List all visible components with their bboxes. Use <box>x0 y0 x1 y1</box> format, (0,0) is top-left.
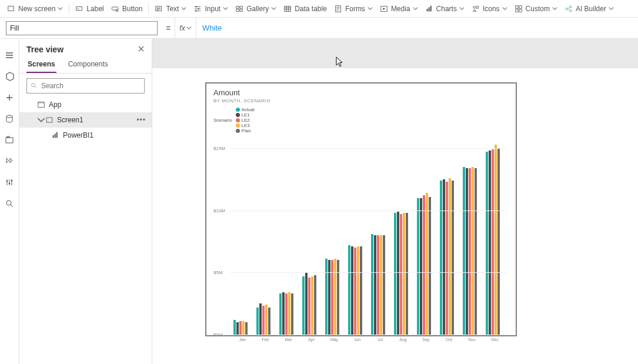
hamburger-icon[interactable] <box>0 45 19 66</box>
svg-rect-23 <box>519 9 521 11</box>
main-area: Tree view Screens Components App <box>0 39 638 364</box>
settings-icon[interactable] <box>0 172 19 193</box>
x-tick-label: Apr <box>302 338 320 342</box>
x-tick-label: Jan <box>233 338 252 342</box>
legend-item: Plan <box>236 128 255 133</box>
y-tick-label: $10M <box>213 208 225 213</box>
bar <box>334 259 336 335</box>
svg-rect-36 <box>38 102 45 104</box>
bar <box>282 292 285 335</box>
bar <box>426 193 428 335</box>
tree-view-pane: Tree view Screens Components App <box>19 39 152 364</box>
search-icon[interactable] <box>0 193 19 214</box>
svg-point-34 <box>32 84 35 87</box>
screen-icon <box>7 5 15 13</box>
canvas-area[interactable]: Amount BY MONTH, SCENARIO Scenario Actua… <box>152 39 638 364</box>
bar <box>486 152 488 335</box>
chevron-down-icon <box>368 5 373 13</box>
ribbon-gallery[interactable]: Gallery <box>232 0 280 17</box>
svg-rect-38 <box>53 135 54 138</box>
bar <box>288 292 290 335</box>
label-icon <box>75 5 83 13</box>
canvas-screen[interactable]: Amount BY MONTH, SCENARIO Scenario Actua… <box>152 68 638 364</box>
chart-title: Amount <box>213 88 509 97</box>
tree-view-icon[interactable] <box>0 66 19 87</box>
charts-icon <box>425 5 433 13</box>
input-icon <box>193 5 202 13</box>
tab-screens[interactable]: Screens <box>26 56 56 73</box>
chevron-down-icon <box>609 5 614 13</box>
svg-rect-0 <box>8 6 14 11</box>
ribbon-forms[interactable]: Forms <box>330 0 376 17</box>
bar <box>394 213 396 335</box>
chevron-down-icon[interactable] <box>37 116 45 124</box>
bar <box>262 306 265 335</box>
ribbon-text[interactable]: Text <box>151 0 190 17</box>
ai-icon <box>564 5 573 13</box>
gridline <box>230 211 506 211</box>
tree-node-powerbi1[interactable]: PowerBI1 <box>19 128 152 143</box>
advanced-tools-icon[interactable] <box>0 151 19 172</box>
bar <box>245 322 248 335</box>
legend-item: Actual <box>236 107 255 112</box>
ribbon-icons[interactable]: Icons <box>468 0 511 17</box>
ribbon-media[interactable]: Media <box>376 0 422 17</box>
svg-rect-28 <box>6 138 13 143</box>
ribbon-new-screen[interactable]: New screen <box>4 0 66 17</box>
bar <box>279 293 282 335</box>
bar <box>380 235 382 335</box>
legend-item: LE3 <box>236 123 255 128</box>
svg-point-24 <box>566 8 568 10</box>
tab-components[interactable]: Components <box>67 56 109 73</box>
svg-rect-17 <box>430 5 431 11</box>
pane-title: Tree view <box>26 45 64 54</box>
tree-node-screen1[interactable]: Screen1 ••• <box>19 112 152 128</box>
y-tick-label: $0M <box>213 332 223 338</box>
bar <box>466 168 468 335</box>
bar <box>400 214 402 335</box>
x-tick-label: Jul <box>371 338 389 342</box>
text-icon <box>155 5 163 13</box>
ribbon-label[interactable]: Label <box>72 0 107 17</box>
x-tick-label: Mar <box>279 338 298 342</box>
x-tick-label: Nov <box>463 338 481 342</box>
chevron-down-icon <box>58 5 63 13</box>
property-dropdown[interactable]: Fill <box>6 21 158 35</box>
tree-node-app[interactable]: App <box>19 97 152 112</box>
ribbon-button[interactable]: Button <box>108 0 146 17</box>
ribbon-ai-builder[interactable]: AI Builder <box>561 0 617 17</box>
ribbon-custom[interactable]: Custom <box>511 0 561 17</box>
svg-rect-11 <box>240 9 242 11</box>
bar <box>360 246 362 335</box>
powerbi-control[interactable]: Amount BY MONTH, SCENARIO Scenario Actua… <box>205 82 517 336</box>
ribbon-charts[interactable]: Charts <box>422 0 468 17</box>
svg-rect-37 <box>46 118 52 122</box>
close-icon[interactable] <box>138 45 145 54</box>
formula-input[interactable]: White <box>196 18 638 38</box>
search-input[interactable] <box>41 82 141 90</box>
bar <box>449 178 451 335</box>
svg-rect-40 <box>56 132 58 138</box>
chevron-down-icon <box>271 5 276 13</box>
insert-icon[interactable] <box>0 87 19 108</box>
y-tick-label: $5M <box>213 270 223 275</box>
chart-plot-area: JanFebMarAprMayJunJulAugSepOctNovDec $0M… <box>213 136 509 342</box>
svg-point-25 <box>570 5 572 8</box>
svg-rect-8 <box>236 6 239 8</box>
more-icon[interactable]: ••• <box>136 116 146 124</box>
ribbon-data-table[interactable]: Data table <box>280 0 330 17</box>
data-icon[interactable] <box>0 108 19 129</box>
bar <box>302 276 305 335</box>
chevron-down-icon <box>459 5 465 13</box>
bar <box>423 195 425 335</box>
bar <box>236 322 239 335</box>
ribbon-input[interactable]: Input <box>190 0 232 17</box>
property-name: Fill <box>10 24 19 32</box>
tree-search[interactable] <box>26 78 145 93</box>
svg-rect-9 <box>240 6 242 8</box>
gridline <box>230 148 506 149</box>
fx-button[interactable]: fx <box>175 18 196 38</box>
svg-point-27 <box>6 115 12 118</box>
media-icon[interactable] <box>0 129 19 151</box>
x-tick-label: Sep <box>417 338 435 342</box>
